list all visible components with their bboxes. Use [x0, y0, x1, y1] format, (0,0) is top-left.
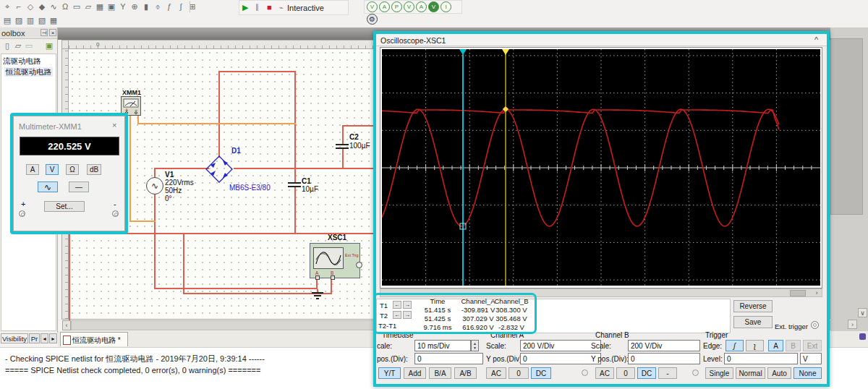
diode-icon[interactable]: ◇ [25, 2, 35, 12]
document-tab[interactable]: 恒流驱动电路 * [60, 332, 128, 346]
graph-icon[interactable]: ∫ [176, 1, 186, 12]
trigger-source-a-button[interactable]: A [768, 340, 783, 351]
source-icon[interactable]: ◆ [37, 2, 47, 12]
trigger-normal-button[interactable]: Normal [736, 367, 765, 379]
probe-vref-icon[interactable]: V [404, 1, 414, 12]
wire[interactable] [218, 71, 220, 158]
component-icon[interactable]: ⌐ [14, 1, 24, 12]
zoom-icon[interactable]: ▥ [25, 15, 35, 25]
channel-a-zero-button[interactable]: 0 [509, 367, 529, 379]
interactive-dropdown[interactable]: Interactive [287, 4, 324, 12]
scope-scroll-right-button[interactable]: › [812, 289, 822, 296]
tab-visibility[interactable]: Visibility [1, 333, 28, 343]
analysis-icon[interactable]: ▣ [106, 2, 116, 12]
multimeter-ac-button[interactable]: ∿ [38, 181, 58, 192]
scroll-right-button[interactable]: › [848, 320, 857, 329]
wire[interactable] [234, 168, 376, 169]
multimeter-minus-terminal[interactable] [112, 210, 119, 217]
tree-item-circuit[interactable]: 恒流驱动电路 [4, 67, 53, 77]
oscilloscope-window[interactable]: Oscilloscope-XSC1 ^ › T1 ← → T2 ← → T2-T… [373, 31, 830, 387]
trigger-level-field[interactable]: 0 [724, 353, 798, 364]
wire[interactable] [154, 193, 156, 288]
probe-wire[interactable] [129, 221, 156, 222]
t1-move-left-button[interactable]: ← [393, 301, 401, 309]
text-icon[interactable]: ƒ [164, 1, 174, 12]
timebase-ab-button[interactable]: A/B [454, 367, 477, 379]
wire[interactable] [316, 278, 318, 289]
ground-symbol[interactable] [311, 289, 324, 299]
virtual-part-icon[interactable]: ▭ [72, 2, 82, 12]
trigger-source-b-button[interactable]: B [786, 340, 801, 351]
hierarchy-icon[interactable]: ▨ [14, 15, 24, 25]
reverse-button[interactable]: Reverse [733, 300, 773, 312]
multimeter-dc-button[interactable]: — [69, 181, 89, 192]
pause-button[interactable]: ∥ [255, 3, 259, 11]
probe-settings-icon[interactable]: ⚙ [367, 14, 378, 25]
wire[interactable] [154, 168, 209, 169]
c2-refdes[interactable]: C2 [349, 134, 359, 141]
t1-move-right-button[interactable]: → [403, 301, 412, 309]
canvas-scroll-left-button[interactable]: ‹ [62, 320, 71, 330]
multimeter-plus-terminal[interactable] [19, 210, 25, 217]
channel-a-dc-button[interactable]: DC [531, 367, 551, 379]
v1-source-symbol[interactable]: ∿ [146, 177, 163, 194]
channel-a-pos-field[interactable]: 0 [520, 353, 601, 364]
select-icon[interactable]: ⌖ [2, 2, 12, 12]
mcu-icon[interactable]: ▦ [95, 2, 105, 12]
timebase-yt-button[interactable]: Y/T [378, 367, 401, 379]
wire[interactable] [342, 125, 376, 127]
probe-power-icon[interactable]: P [391, 1, 402, 12]
bridge-rectifier-symbol[interactable] [205, 155, 234, 184]
timebase-ba-button[interactable]: B/A [429, 367, 451, 379]
probe-wire[interactable] [129, 116, 131, 221]
oscilloscope-instrument-icon[interactable]: Ext Trig A B [310, 243, 360, 278]
multimeter-amps-button[interactable]: A [26, 164, 39, 175]
inductor-icon[interactable]: ∿ [48, 2, 59, 12]
timebase-add-button[interactable]: Add [404, 367, 426, 379]
probe-wire[interactable] [137, 116, 139, 123]
channel-a-input-terminal[interactable] [582, 369, 588, 376]
timebase-scale-field[interactable]: 10 ms/Div [414, 340, 471, 351]
stop-button[interactable]: ■ [267, 3, 272, 12]
trigger-single-button[interactable]: Single [705, 367, 733, 379]
probe-digital-icon[interactable]: I [441, 1, 451, 12]
multimeter-dialog[interactable]: Multimeter-XMM1 × 220.525 V A V Ω dB ∿ —… [13, 116, 125, 231]
probe-voltage-icon[interactable]: V [367, 1, 378, 12]
status-tray-icon[interactable] [859, 333, 866, 340]
channel-a-scale-field[interactable]: 200 V/Div [520, 340, 601, 351]
trigger-none-button[interactable]: None [793, 367, 822, 379]
multimeter-volts-button[interactable]: V [46, 164, 59, 175]
wire[interactable] [331, 278, 332, 294]
run-button[interactable]: ▶ [242, 3, 248, 12]
channel-b-scale-field[interactable]: 200 V/Div [628, 340, 700, 351]
filter-icon[interactable]: ▣ [44, 40, 54, 51]
channel-a-ac-button[interactable]: AC [486, 367, 506, 379]
timebase-pos-field[interactable]: 0 [414, 353, 483, 364]
wire[interactable] [183, 293, 332, 294]
probe-wire[interactable] [137, 123, 296, 124]
transformer-icon[interactable]: Ω [60, 1, 70, 12]
ext-trigger-terminal[interactable] [811, 321, 819, 329]
timebase-scale-spinner[interactable]: ▲▼ [471, 340, 479, 351]
toolbox-pin-button[interactable]: ⊣ [41, 29, 48, 36]
t2-move-right-button[interactable]: → [403, 311, 412, 319]
sheet-icon[interactable]: ▤ [2, 15, 12, 25]
tree-item-project[interactable]: 流驱动电路 [3, 57, 41, 65]
wire[interactable] [69, 233, 70, 322]
copy-doc-icon[interactable]: ▭ [24, 40, 34, 51]
wire[interactable] [183, 233, 184, 294]
trigger-source-ext-button[interactable]: Ext [803, 340, 822, 351]
new-doc-icon[interactable]: ▯ [2, 40, 12, 51]
c1-refdes[interactable]: C1 [302, 178, 311, 185]
wire[interactable] [294, 187, 296, 234]
edit-doc-icon[interactable]: ▱ [13, 40, 23, 51]
vertical-scrollbar-thumb[interactable] [830, 38, 863, 215]
bus-icon[interactable]: ▮ [141, 2, 151, 12]
scope-display[interactable] [382, 49, 820, 286]
trigger-rising-edge-button[interactable]: ʃ [726, 340, 744, 351]
scope-scrollbar-thumb[interactable] [790, 290, 806, 296]
t2-move-left-button[interactable]: ← [393, 311, 401, 319]
channel-b-ac-button[interactable]: AC [595, 367, 614, 379]
wire[interactable] [342, 149, 344, 169]
trigger-auto-button[interactable]: Auto [767, 367, 791, 379]
